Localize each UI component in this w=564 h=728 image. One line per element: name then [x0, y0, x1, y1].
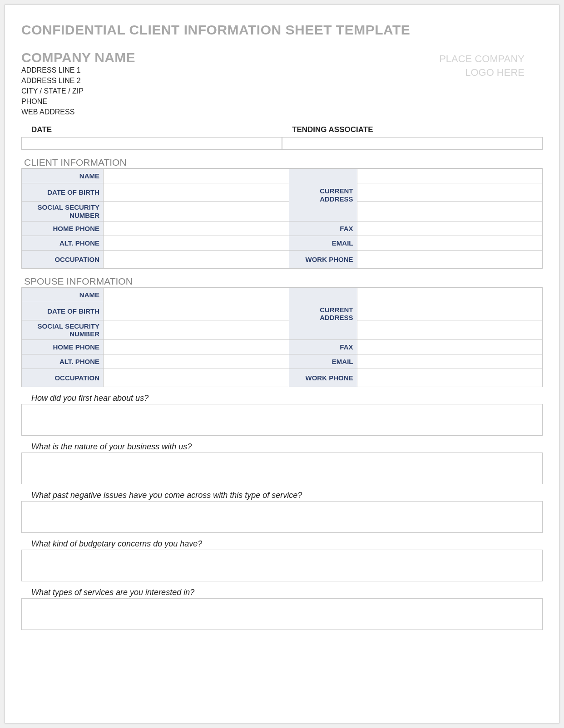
logo-placeholder: PLACE COMPANY LOGO HERE	[439, 50, 543, 79]
client-address-input-1[interactable]	[357, 169, 543, 183]
client-alt-phone-label: ALT. PHONE	[22, 236, 104, 250]
client-email-input[interactable]	[357, 236, 543, 250]
date-label: DATE	[21, 125, 282, 135]
logo-placeholder-line2: LOGO HERE	[439, 66, 524, 79]
client-fax-input[interactable]	[357, 221, 543, 236]
spouse-email-input[interactable]	[357, 354, 543, 369]
spouse-name-input[interactable]	[104, 287, 289, 302]
spouse-address-input-2[interactable]	[357, 302, 543, 320]
spouse-section-title: SPOUSE INFORMATION	[21, 271, 543, 287]
client-dob-input[interactable]	[104, 183, 289, 202]
company-phone: PHONE	[21, 96, 135, 107]
client-email-label: EMAIL	[289, 236, 357, 250]
question-4-label: What kind of budgetary concerns do you h…	[21, 539, 543, 550]
document-page: CONFIDENTIAL CLIENT INFORMATION SHEET TE…	[5, 5, 559, 723]
question-5-label: What types of services are you intereste…	[21, 588, 543, 598]
date-input[interactable]	[21, 137, 282, 150]
question-1-input[interactable]	[21, 404, 543, 436]
city-state-zip: CITY / STATE / ZIP	[21, 86, 135, 96]
client-address-input-3[interactable]	[357, 202, 543, 221]
spouse-alt-phone-label: ALT. PHONE	[22, 354, 104, 369]
date-associate-row: DATE TENDING ASSOCIATE	[21, 125, 543, 135]
question-5-input[interactable]	[21, 598, 543, 630]
spouse-work-phone-label: WORK PHONE	[289, 369, 357, 387]
tending-associate-label: TENDING ASSOCIATE	[282, 125, 543, 135]
question-2-input[interactable]	[21, 453, 543, 484]
spouse-ssn-label: SOCIAL SECURITY NUMBER	[22, 320, 104, 340]
spouse-work-phone-input[interactable]	[357, 369, 543, 387]
question-1-label: How did you first hear about us?	[21, 394, 543, 404]
question-3-input[interactable]	[21, 501, 543, 533]
client-work-phone-label: WORK PHONE	[289, 250, 357, 268]
spouse-fax-input[interactable]	[357, 340, 543, 354]
spouse-occupation-input[interactable]	[104, 369, 289, 387]
client-current-address-label: CURRENT ADDRESS	[289, 169, 357, 221]
spouse-current-address-label: CURRENT ADDRESS	[289, 287, 357, 340]
client-name-input[interactable]	[104, 169, 289, 183]
client-occupation-input[interactable]	[104, 250, 289, 268]
spouse-address-input-3[interactable]	[357, 320, 543, 340]
client-ssn-input[interactable]	[104, 202, 289, 221]
company-web: WEB ADDRESS	[21, 107, 135, 117]
address-line-1: ADDRESS LINE 1	[21, 65, 135, 75]
client-name-label: NAME	[22, 169, 104, 183]
question-4-input[interactable]	[21, 550, 543, 581]
client-dob-label: DATE OF BIRTH	[22, 183, 104, 202]
question-3-label: What past negative issues have you come …	[21, 491, 543, 501]
header-row: COMPANY NAME ADDRESS LINE 1 ADDRESS LINE…	[21, 50, 543, 117]
spouse-ssn-input[interactable]	[104, 320, 289, 340]
client-occupation-label: OCCUPATION	[22, 250, 104, 268]
client-home-phone-label: HOME PHONE	[22, 221, 104, 236]
spouse-home-phone-label: HOME PHONE	[22, 340, 104, 354]
spouse-occupation-label: OCCUPATION	[22, 369, 104, 387]
spouse-dob-input[interactable]	[104, 302, 289, 320]
spouse-fax-label: FAX	[289, 340, 357, 354]
company-block: COMPANY NAME ADDRESS LINE 1 ADDRESS LINE…	[21, 50, 135, 117]
spouse-alt-phone-input[interactable]	[104, 354, 289, 369]
client-work-phone-input[interactable]	[357, 250, 543, 268]
client-fax-label: FAX	[289, 221, 357, 236]
logo-placeholder-line1: PLACE COMPANY	[439, 52, 524, 66]
client-home-phone-input[interactable]	[104, 221, 289, 236]
client-address-input-2[interactable]	[357, 183, 543, 202]
spouse-home-phone-input[interactable]	[104, 340, 289, 354]
address-line-2: ADDRESS LINE 2	[21, 75, 135, 86]
question-2-label: What is the nature of your business with…	[21, 442, 543, 453]
spouse-info-table: NAME CURRENT ADDRESS DATE OF BIRTH SOCIA…	[21, 287, 543, 388]
client-ssn-label: SOCIAL SECURITY NUMBER	[22, 202, 104, 221]
spouse-dob-label: DATE OF BIRTH	[22, 302, 104, 320]
spouse-address-input-1[interactable]	[357, 287, 543, 302]
client-section-title: CLIENT INFORMATION	[21, 152, 543, 168]
company-name: COMPANY NAME	[21, 50, 135, 65]
tending-associate-input[interactable]	[282, 137, 543, 150]
document-title: CONFIDENTIAL CLIENT INFORMATION SHEET TE…	[21, 22, 543, 38]
client-info-table: NAME CURRENT ADDRESS DATE OF BIRTH SOCIA…	[21, 168, 543, 269]
client-alt-phone-input[interactable]	[104, 236, 289, 250]
spouse-name-label: NAME	[22, 287, 104, 302]
spouse-email-label: EMAIL	[289, 354, 357, 369]
